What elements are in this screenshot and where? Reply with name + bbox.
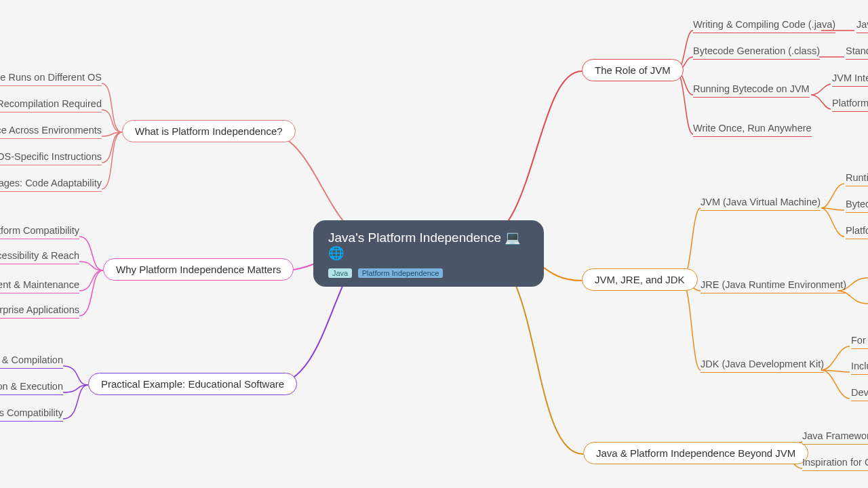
leaf[interactable]: Java Frameworks [802,430,868,445]
leaf[interactable]: Standard [846,45,868,60]
node-label: What is Platform Independence? [135,125,283,137]
leaf[interactable]: JVM Interprets [832,73,868,87]
tag-java[interactable]: Java [328,268,352,278]
node-why-matters[interactable]: Why Platform Independence Matters [103,258,294,281]
node-label: Why Platform Independence Matters [116,264,281,275]
leaf[interactable]: Cross-Platform Compatibility [0,225,79,239]
node-label: JVM, JRE, and JDK [595,274,685,285]
leaf[interactable]: Runtime [846,172,868,186]
leaf[interactable]: Distribution & Execution [0,381,63,395]
leaf[interactable]: Consistent Experience Across Environment… [0,125,102,139]
leaf[interactable]: JDK (Java Development Kit) [701,359,824,373]
leaf[interactable]: Includes [851,361,868,375]
leaf[interactable]: Software Runs on Different OS [0,72,102,86]
root-node[interactable]: Java's Platform Independence 💻🌐 Java Pla… [313,220,544,287]
leaf[interactable]: High-Level Languages: Code Adaptability [0,178,102,192]
tag-platform[interactable]: Platform Independence [358,268,443,278]
leaf[interactable]: Bytecode Generation (.class) [693,45,820,60]
node-label: The Role of JVM [595,64,671,76]
node-label: Practical Example: Educational Software [101,378,284,390]
leaf[interactable]: Platform-Specific [832,98,868,112]
leaf[interactable]: Seamless Compatibility [0,407,63,422]
node-label: Java & Platform Independence Beyond JVM [596,447,795,459]
root-title: Java's Platform Independence 💻🌐 [328,230,529,261]
leaf[interactable]: Streamlined Development & Maintenance [0,279,79,293]
node-jvm-role[interactable]: The Role of JVM [582,59,684,81]
leaf[interactable]: Inspiration for Other [802,457,868,471]
leaf[interactable]: Traditional Languages: OS-Specific Instr… [0,151,102,165]
leaf[interactable]: Development & Compilation [0,354,63,369]
leaf[interactable]: JRE (Java Runtime Environment) [701,279,846,293]
leaf[interactable]: Bytecode [846,199,868,213]
node-jvm-jre-jdk[interactable]: JVM, JRE, and JDK [582,268,698,291]
leaf[interactable]: Running Bytecode on JVM [693,83,810,98]
leaf[interactable]: For Developers [851,335,868,349]
node-example[interactable]: Practical Example: Educational Software [88,373,297,395]
leaf[interactable]: Java [856,19,868,33]
leaf[interactable]: Development [851,387,868,401]
leaf[interactable]: Essential for Enterprise Applications [0,304,79,319]
node-beyond-jvm[interactable]: Java & Platform Independence Beyond JVM [583,442,808,464]
leaf[interactable]: JVM (Java Virtual Machine) [701,197,821,211]
leaf[interactable]: Write Once, Run Anywhere [693,123,812,137]
node-what-is[interactable]: What is Platform Independence? [122,120,296,142]
leaf[interactable]: Platform [846,225,868,239]
leaf[interactable]: Writing & Compiling Code (.java) [693,19,835,33]
leaf[interactable]: User Accessibility & Reach [0,250,79,264]
leaf[interactable]: No Recompilation Required [0,98,102,113]
